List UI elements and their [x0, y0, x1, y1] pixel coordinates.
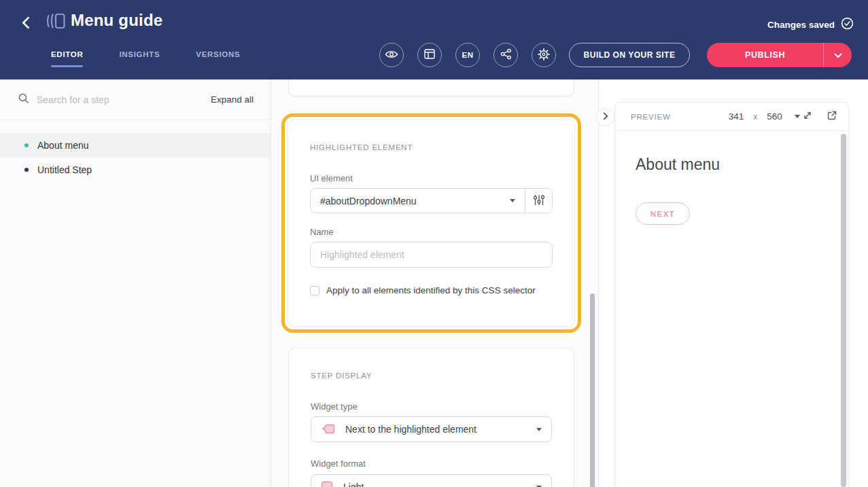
external-link-icon [827, 110, 837, 123]
changes-saved-status: Changes saved [767, 17, 854, 32]
step-label: About menu [37, 140, 89, 151]
gear-icon [538, 48, 550, 62]
step-label: Untitled Step [37, 164, 92, 175]
header-actions: EN [379, 43, 852, 67]
chevron-right-icon [603, 112, 608, 122]
preview-size-dropdown[interactable]: 341 x 560 [729, 111, 800, 122]
app-body: Expand all About menu Untitled Step HIGH… [0, 79, 868, 487]
highlighted-element-name-input[interactable] [310, 242, 553, 268]
diagonal-arrows-icon [802, 110, 813, 123]
header-tabs: EDITOR INSIGHTS VERSIONS [51, 50, 240, 58]
apply-all-checkbox-row[interactable]: Apply to all elements identified by this… [310, 285, 553, 295]
preview-label: PREVIEW [631, 113, 671, 121]
sliders-icon [533, 194, 545, 208]
preview-next-button[interactable]: NEXT [636, 202, 690, 225]
publish-button[interactable]: PUBLISH [707, 43, 823, 67]
preview-step-heading: About menu [636, 156, 828, 174]
widget-format-select[interactable]: Light [311, 474, 552, 487]
step-editor-panel: HIGHLIGHTED ELEMENT UI element #aboutDro… [271, 79, 599, 487]
editor-scrollbar-thumb[interactable] [590, 293, 595, 487]
preview-content: About menu NEXT [615, 131, 848, 249]
preview-header: PREVIEW 341 x 560 [615, 103, 848, 131]
step-display-card: STEP DISPLAY Widget type Next to the hig… [288, 348, 574, 487]
highlighted-section-outline: HIGHLIGHTED ELEMENT UI element #aboutDro… [281, 113, 581, 333]
publish-button-group: PUBLISH [707, 43, 852, 67]
app-window: Menu guide Changes saved EDITOR INSIGHTS… [0, 0, 868, 487]
ui-element-value: #aboutDropdownMenu [320, 196, 417, 206]
expand-all-link[interactable]: Expand all [211, 94, 254, 105]
step-search-bar: Expand all [0, 79, 271, 120]
app-header: Menu guide Changes saved EDITOR INSIGHTS… [0, 0, 868, 79]
widget-format-select-main[interactable]: Light [311, 475, 551, 487]
tab-editor[interactable]: EDITOR [51, 50, 83, 58]
section-title: HIGHLIGHTED ELEMENT [310, 143, 553, 151]
widget-type-select-main[interactable]: Next to the highlighted element [311, 417, 551, 441]
step-item-untitled-step[interactable]: Untitled Step [0, 158, 271, 182]
preview-size-separator: x [753, 112, 757, 122]
widget-type-value: Next to the highlighted element [345, 424, 476, 435]
tab-versions[interactable]: VERSIONS [196, 50, 240, 58]
publish-dropdown-button[interactable] [823, 43, 852, 67]
chevron-down-icon [536, 428, 542, 431]
steps-list: About menu Untitled Step [0, 133, 271, 182]
widget-format-label: Widget format [311, 458, 552, 469]
chevron-down-icon [795, 115, 800, 118]
settings-button[interactable] [532, 43, 556, 67]
expand-preview-button[interactable] [802, 110, 813, 123]
language-button[interactable]: EN [455, 43, 480, 67]
collapse-preview-button[interactable] [596, 108, 614, 126]
ui-element-select[interactable]: #aboutDropdownMenu [311, 189, 525, 213]
preview-card: PREVIEW 341 x 560 [614, 102, 849, 487]
layout-icon [424, 49, 435, 61]
layout-button[interactable] [417, 43, 442, 67]
share-icon [500, 48, 512, 62]
open-in-new-tab-button[interactable] [827, 110, 837, 123]
ui-element-control: #aboutDropdownMenu [310, 188, 553, 213]
highlighted-element-card: HIGHLIGHTED ELEMENT UI element #aboutDro… [288, 120, 575, 327]
widget-format-value: Light [343, 482, 364, 487]
previous-settings-card-partial [288, 79, 574, 96]
preview-width-value: 341 [729, 111, 744, 122]
search-step-input[interactable] [37, 94, 159, 105]
tooltip-widget-icon [321, 423, 335, 435]
widget-type-label: Widget type [311, 401, 552, 412]
page-title: Menu guide [71, 11, 162, 30]
tab-insights[interactable]: INSIGHTS [119, 50, 160, 58]
guide-logo-icon [46, 11, 67, 34]
back-button[interactable] [19, 15, 32, 33]
search-icon [18, 93, 29, 107]
preview-header-actions [802, 110, 837, 123]
preview-height-value: 560 [767, 111, 782, 122]
apply-all-label: Apply to all elements identified by this… [326, 285, 536, 295]
element-picker-button[interactable] [525, 189, 552, 213]
apply-all-checkbox[interactable] [310, 286, 319, 295]
chevron-left-icon [20, 21, 31, 31]
widget-type-select[interactable]: Next to the highlighted element [311, 416, 552, 442]
share-button[interactable] [493, 43, 518, 67]
check-circle-icon [841, 17, 854, 32]
eye-icon [385, 50, 398, 61]
steps-sidebar: Expand all About menu Untitled Step [0, 79, 271, 487]
step-status-dot [24, 143, 29, 147]
chevron-down-icon [510, 199, 515, 202]
preview-scrollbar-thumb[interactable] [841, 134, 846, 487]
chevron-down-icon [834, 50, 842, 60]
name-label: Name [310, 227, 553, 237]
changes-saved-label: Changes saved [767, 20, 835, 30]
widget-format-icon [321, 481, 333, 487]
build-on-your-site-button[interactable]: BUILD ON YOUR SITE [569, 43, 690, 67]
step-status-dot [24, 168, 29, 172]
step-item-about-menu[interactable]: About menu [0, 133, 271, 158]
preview-panel: PREVIEW 341 x 560 [599, 79, 868, 487]
preview-eye-button[interactable] [379, 43, 404, 67]
ui-element-label: UI element [310, 173, 553, 183]
section-title: STEP DISPLAY [311, 372, 552, 380]
